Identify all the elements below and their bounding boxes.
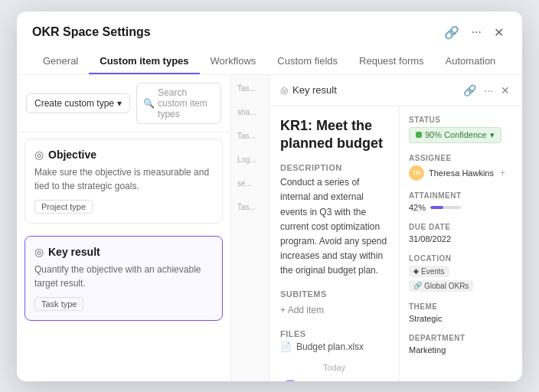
middle-item-5: se... (234, 176, 266, 191)
status-field: Status 90% Confidence ▾ (409, 116, 513, 143)
key-result-icon: ◎ (34, 246, 44, 258)
close-button[interactable]: ✕ (491, 24, 507, 41)
link-button[interactable]: 🔗 (441, 24, 462, 41)
attainment-label: Attainment (409, 191, 513, 200)
status-dropdown-icon: ▾ (490, 130, 495, 140)
objective-card[interactable]: ◎ Objective Make sure the objective is m… (24, 139, 223, 224)
window-header: OKR Space Settings 🔗 ··· ✕ General Custo… (17, 11, 522, 75)
location-tag-events[interactable]: ◆ Events (409, 266, 449, 277)
tab-general[interactable]: General (32, 49, 89, 74)
assignee-label: Assignee (409, 154, 513, 162)
assignee-name: Theresa Hawkins (429, 168, 494, 178)
create-custom-type-button[interactable]: Create custom type ▾ (26, 93, 130, 113)
subitems-label: Subitems (280, 289, 388, 299)
events-icon: ◆ (413, 267, 419, 275)
theme-label: Theme (409, 302, 513, 311)
main-content: Create custom type ▾ 🔍 Search custom ite… (17, 75, 522, 381)
objective-icon: ◎ (34, 149, 44, 161)
tab-custom-fields[interactable]: Custom fields (266, 49, 348, 74)
detail-panel: ◎ Key result 🔗 ··· ✕ KR1: Meet the plann… (270, 75, 522, 381)
files-row: 📄 Budget plan.xlsx (280, 341, 388, 352)
settings-window: OKR Space Settings 🔗 ··· ✕ General Custo… (17, 11, 522, 381)
add-item-button[interactable]: + Add item (280, 302, 388, 318)
objective-header: ◎ Objective (34, 149, 213, 161)
description-label: Description (280, 163, 388, 172)
key-result-card[interactable]: ◎ Key result Quantify the objective with… (24, 236, 223, 321)
assignee-row: TH Theresa Hawkins + (409, 165, 513, 181)
comment-row: SA Shirley Adams 11:57 Included task int… (280, 380, 388, 381)
attainment-row: 42% (409, 203, 513, 212)
objective-name: Objective (48, 149, 96, 161)
tab-automation[interactable]: Automation (435, 49, 507, 74)
attainment-fill (430, 206, 443, 209)
left-panel: Create custom type ▾ 🔍 Search custom ite… (17, 75, 231, 381)
status-label: Status (409, 116, 513, 124)
location-field: Location ◆ Events 🔗 Global OKRs (409, 254, 513, 292)
key-result-name: Key result (48, 246, 100, 258)
key-result-desc: Quantify the objective with an achievabl… (34, 263, 213, 290)
detail-title: KR1: Meet the planned budget (280, 117, 388, 153)
key-result-header: ◎ Key result (34, 246, 213, 258)
location-tags: ◆ Events 🔗 Global OKRs (409, 266, 513, 292)
tab-request-forms[interactable]: Request forms (348, 49, 435, 74)
avatar: SA (280, 380, 300, 381)
detail-header-label: Key result (292, 84, 337, 96)
status-badge[interactable]: 90% Confidence ▾ (409, 127, 501, 143)
nav-tabs: General Custom item types Workflows Cust… (32, 49, 507, 74)
detail-link-button[interactable]: 🔗 (462, 83, 478, 98)
detail-more-button[interactable]: ··· (482, 83, 495, 98)
tab-workflows[interactable]: Workflows (200, 49, 267, 74)
tab-custom-item-types[interactable]: Custom item types (89, 49, 199, 74)
due-date-label: Due date (409, 223, 513, 231)
status-dot (416, 132, 422, 138)
detail-header-actions: 🔗 ··· ✕ (462, 83, 511, 98)
today-divider: Today (280, 363, 388, 372)
detail-main: KR1: Meet the planned budget Description… (270, 106, 400, 381)
description-section: Description Conduct a series of internal… (280, 163, 388, 278)
location-label: Location (409, 254, 513, 263)
detail-close-button[interactable]: ✕ (499, 83, 511, 98)
file-name[interactable]: Budget plan.xlsx (296, 341, 364, 352)
search-box[interactable]: 🔍 Search custom item types (136, 83, 221, 124)
department-value: Marketing (409, 345, 513, 354)
assignee-field: Assignee TH Theresa Hawkins + (409, 154, 513, 181)
files-section: Files 📄 Budget plan.xlsx (280, 329, 388, 352)
attainment-field: Attainment 42% (409, 191, 513, 212)
left-panel-toolbar: Create custom type ▾ 🔍 Search custom ite… (17, 75, 230, 132)
due-date-value: 31/08/2022 (409, 234, 513, 243)
middle-item-4: Log... (234, 152, 266, 167)
detail-header: ◎ Key result 🔗 ··· ✕ (270, 75, 522, 106)
key-result-badge: Task type (34, 297, 83, 311)
global-okrs-icon: 🔗 (413, 282, 422, 289)
middle-panel: Tas... sha... Tas... Log... se... Tas... (231, 75, 270, 381)
location-tag-global-okrs[interactable]: 🔗 Global OKRs (409, 280, 473, 292)
file-icon: 📄 (280, 341, 292, 352)
middle-item-6: Tas... (234, 200, 266, 214)
dropdown-icon: ▾ (117, 98, 122, 109)
key-result-header-icon: ◎ (280, 85, 288, 96)
due-date-field: Due date 31/08/2022 (409, 223, 513, 243)
add-assignee-icon[interactable]: + (500, 168, 505, 178)
theme-value: Strategic (409, 314, 513, 323)
objective-desc: Make sure the objective is measurable an… (34, 165, 213, 193)
more-button[interactable]: ··· (469, 24, 485, 41)
middle-item-2: sha... (234, 105, 266, 119)
theme-field: Theme Strategic (409, 302, 513, 323)
assignee-avatar: TH (409, 165, 424, 181)
attainment-bar (430, 206, 461, 209)
middle-item-3: Tas... (234, 129, 266, 143)
detail-body: KR1: Meet the planned budget Description… (270, 106, 522, 381)
window-actions: 🔗 ··· ✕ (441, 24, 507, 41)
detail-sidebar: Status 90% Confidence ▾ Assignee TH Ther… (400, 106, 522, 381)
middle-item-1: Tas... (234, 81, 266, 96)
comment-content: Shirley Adams 11:57 Included task into E… (306, 380, 388, 381)
objective-badge: Project type (34, 200, 93, 214)
department-field: Department Marketing (409, 334, 513, 354)
files-label: Files (280, 329, 388, 338)
detail-header-title: ◎ Key result (280, 84, 337, 96)
window-title: OKR Space Settings (32, 25, 151, 39)
attainment-value: 42% (409, 203, 426, 212)
subitems-section: Subitems + Add item (280, 289, 388, 318)
description-content: Conduct a series of internal and externa… (280, 175, 388, 278)
search-placeholder: Search custom item types (158, 87, 214, 119)
